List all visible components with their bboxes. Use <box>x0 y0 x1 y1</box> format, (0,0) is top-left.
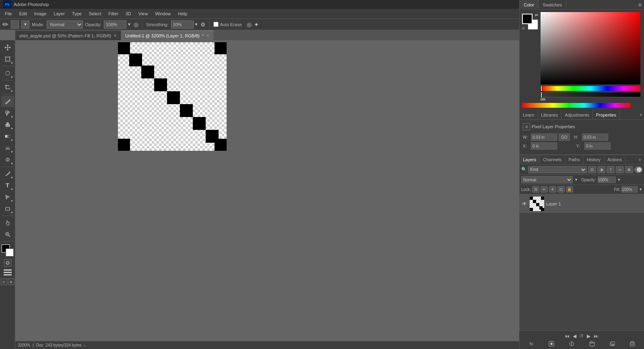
crop-tool[interactable]: ▶ <box>1 82 14 93</box>
layers-panel-options[interactable]: ≡ <box>638 157 644 162</box>
color-panel-options[interactable]: ≡ <box>636 2 644 8</box>
swap-colors-icon[interactable]: ⇄ <box>535 13 538 17</box>
tab-learn[interactable]: Learn <box>520 110 538 120</box>
lock-all-btn[interactable]: 🔒 <box>566 186 573 193</box>
smudge-tool[interactable]: ▶ <box>1 142 14 154</box>
menu-edit[interactable]: Edit <box>16 10 30 18</box>
zoom-tool[interactable] <box>1 229 14 240</box>
layer-1-row[interactable]: 👁 Layer 1 <box>520 194 644 214</box>
tab-layers[interactable]: Layers <box>520 155 540 164</box>
settings-icon[interactable]: ⚙ <box>200 21 206 28</box>
lasso-tool[interactable]: ▶ <box>1 68 14 79</box>
menu-select[interactable]: Select <box>86 10 105 18</box>
foreground-swatch[interactable] <box>522 14 533 24</box>
hand-tool[interactable] <box>1 217 14 228</box>
tab-paths[interactable]: Paths <box>566 155 584 164</box>
extras-tool[interactable] <box>4 269 12 277</box>
menu-layer[interactable]: Layer <box>50 10 68 18</box>
type-tool[interactable]: T ▶ <box>1 180 14 191</box>
mode-select[interactable]: Normal Dissolve Multiply <box>47 21 83 29</box>
pressure-icon[interactable]: ◎ <box>247 21 252 28</box>
tab-libraries[interactable]: Libraries <box>538 110 561 120</box>
tab-untitled[interactable]: Untitled-1 @ 3200% (Layer 1, RGB/8) * ✕ <box>121 31 214 40</box>
smoothing-arrow[interactable]: ▼ <box>194 22 198 27</box>
menu-help[interactable]: Help <box>175 10 191 18</box>
hue-slider[interactable] <box>541 86 640 91</box>
x-input[interactable] <box>531 142 557 150</box>
blend-chevron[interactable]: ▼ <box>574 178 578 182</box>
screen-mode-button[interactable]: ⊡ <box>1 279 7 285</box>
clone-stamp-tool[interactable]: ▶ <box>1 107 14 119</box>
opacity-input[interactable] <box>104 21 126 29</box>
status-arrow[interactable]: › <box>84 343 86 348</box>
menu-type[interactable]: Type <box>69 10 85 18</box>
height-input[interactable] <box>582 133 608 141</box>
color-gradient[interactable] <box>541 12 640 84</box>
brush-preset-picker[interactable]: ▼ <box>21 21 29 29</box>
y-input[interactable] <box>584 142 611 150</box>
menu-image[interactable]: Image <box>31 10 50 18</box>
eraser-tool[interactable]: ▶ <box>1 119 14 130</box>
blend-mode-select[interactable]: Normal Dissolve Multiply <box>521 176 573 183</box>
lock-image-btn[interactable]: ✏ <box>541 186 548 193</box>
tab-channels[interactable]: Channels <box>540 155 565 164</box>
tab-actions[interactable]: Actions <box>604 155 625 164</box>
pen-tool[interactable]: ▶ <box>1 168 14 179</box>
timeline-icon[interactable]: ⏱ <box>580 334 584 338</box>
lock-artboard-btn[interactable]: ⊡ <box>557 186 565 193</box>
move-tool[interactable] <box>1 42 14 53</box>
gradient-tool[interactable]: ▶ <box>1 131 14 142</box>
width-input[interactable] <box>531 133 557 141</box>
auto-erase-input[interactable] <box>213 22 219 27</box>
frame-forward[interactable]: ▶ <box>587 333 590 339</box>
artboard-tool[interactable]: ▶ <box>1 53 14 65</box>
canvas-area[interactable] <box>15 40 519 349</box>
opacity-value-input[interactable] <box>598 177 616 183</box>
search-layers-icon[interactable]: 🔍 <box>521 167 527 172</box>
go-button[interactable]: GO <box>559 133 570 141</box>
brush-tool[interactable] <box>1 96 14 107</box>
lock-position-btn[interactable]: ✛ <box>549 186 556 193</box>
opacity-arrow[interactable]: ▼ <box>127 22 131 27</box>
tab-adjustments[interactable]: Adjustments <box>561 110 593 120</box>
menu-file[interactable]: File <box>2 10 15 18</box>
quick-mask-button[interactable] <box>4 259 11 267</box>
opacity-chevron[interactable]: ▼ <box>617 178 621 182</box>
tab-shirt-argyle[interactable]: shirt_argyle.psd @ 50% (Pattern Fill 1, … <box>15 31 121 40</box>
auto-erase-checkbox[interactable]: Auto Erase <box>213 22 242 27</box>
tablet-icon[interactable]: ✦ <box>254 21 259 28</box>
smart-filter-btn[interactable]: ⊠ <box>625 166 633 173</box>
menu-view[interactable]: View <box>135 10 151 18</box>
brush-size-indicator[interactable] <box>11 21 19 29</box>
path-selection-tool[interactable]: ▶ <box>1 191 14 203</box>
frame-rewind[interactable]: ⏮ <box>565 333 570 339</box>
canvas-content[interactable] <box>118 42 227 151</box>
smoothing-input[interactable] <box>171 21 194 29</box>
fill-chevron[interactable]: ▼ <box>639 187 642 191</box>
menu-filter[interactable]: Filter <box>105 10 121 18</box>
background-color[interactable] <box>6 248 14 257</box>
menu-window[interactable]: Window <box>152 10 174 18</box>
tab-history[interactable]: History <box>584 155 604 164</box>
sub-panel-options[interactable]: ≡ <box>638 112 644 118</box>
alpha-slider[interactable] <box>541 92 640 97</box>
flow-icon[interactable]: ◎ <box>134 21 138 28</box>
frame-end[interactable]: ⏭ <box>594 333 599 339</box>
arrange-button[interactable]: ⊞ <box>8 279 14 285</box>
color-spectrum-bar[interactable] <box>522 103 631 108</box>
default-colors-icon[interactable]: ⊡ <box>522 27 525 30</box>
menu-3d[interactable]: 3D <box>122 10 134 18</box>
adjustment-filter-btn[interactable]: ◑ <box>597 166 605 173</box>
fill-input[interactable] <box>621 186 638 193</box>
tab-color[interactable]: Color <box>520 0 539 10</box>
dodge-tool[interactable]: ▶ <box>1 154 14 165</box>
tab-close-2[interactable]: ✕ <box>206 33 209 38</box>
frame-back[interactable]: ◀ <box>573 333 576 339</box>
tab-close-1[interactable]: ✕ <box>114 33 117 38</box>
shape-tool[interactable]: ▶ <box>1 203 14 214</box>
tab-properties[interactable]: Properties <box>593 110 620 120</box>
filter-toggle[interactable] <box>634 166 642 173</box>
tab-swatches[interactable]: Swatches <box>539 0 566 10</box>
lock-transparency-btn[interactable]: ⊟ <box>532 186 539 193</box>
pixel-filter-btn[interactable]: ⊡ <box>588 166 596 173</box>
